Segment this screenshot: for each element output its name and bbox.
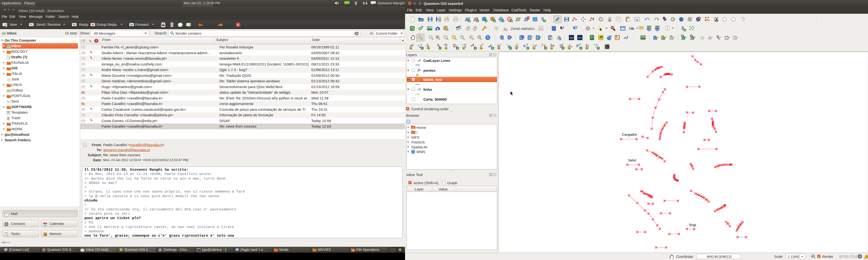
svg-text:S: S: [586, 47, 588, 49]
svg-text:Cargadre: Cargadre: [622, 133, 637, 137]
svg-text:S: S: [498, 47, 500, 49]
svg-text:?: ?: [562, 26, 564, 29]
svg-text:S: S: [568, 47, 570, 49]
svg-text:i: i: [509, 36, 509, 39]
svg-text:T: T: [667, 26, 669, 29]
svg-text:HOME: HOME: [647, 26, 652, 28]
svg-text:Sngi: Sngi: [689, 223, 696, 227]
svg-text:i: i: [501, 36, 502, 39]
svg-text:28: 28: [44, 224, 46, 226]
svg-text:Selvt: Selvt: [628, 158, 636, 162]
svg-text:i: i: [576, 26, 576, 29]
svg-text:HOME: HOME: [655, 26, 660, 28]
svg-text:xy: xy: [636, 18, 639, 21]
svg-text:@: @: [5, 223, 7, 225]
svg-text:S: S: [533, 47, 535, 49]
svg-text:S: S: [516, 47, 517, 49]
svg-text:S: S: [551, 47, 552, 49]
